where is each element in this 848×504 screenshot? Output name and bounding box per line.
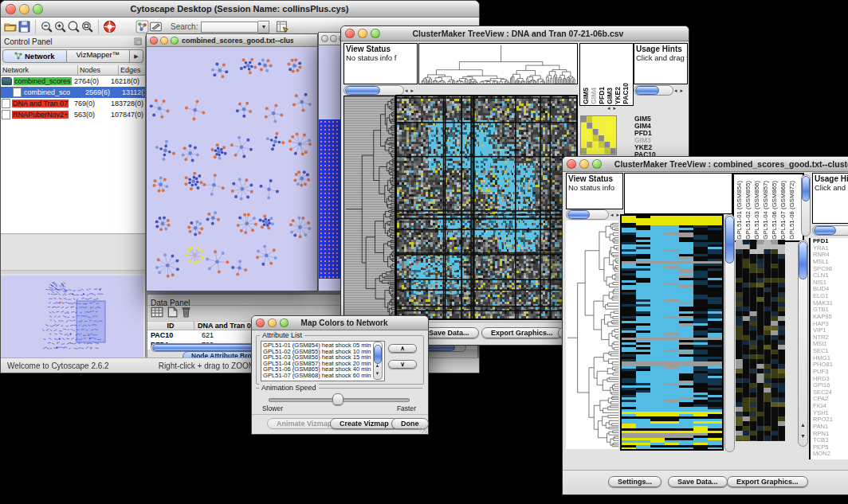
attribute-browser-icon[interactable]	[276, 20, 289, 33]
main-title-bar[interactable]: Cytoscape Desktop (Session Name: collins…	[1, 1, 479, 18]
zoom-button[interactable]	[371, 29, 380, 38]
search-input[interactable]	[201, 21, 258, 33]
minimize-button[interactable]	[579, 159, 589, 169]
tv2-column-dendrogram-area[interactable]	[624, 173, 732, 214]
tv2-heatmap-vscrollbar[interactable]	[724, 214, 735, 452]
speed-slider-thumb[interactable]	[332, 393, 344, 405]
folder-icon	[2, 77, 12, 85]
float-panel-icon[interactable]	[134, 34, 142, 49]
network-table-row[interactable]: RNAPuberNov2+563(0)107847(0)	[1, 109, 145, 120]
network-table-row[interactable]: DNA and Tran 07769(0)183728(0)	[1, 98, 145, 109]
tv1-right-scroll-arrows[interactable]: ◂ ▸	[674, 88, 684, 94]
tv1-column-label[interactable]: PFD1	[598, 87, 606, 104]
zoom-fit-icon[interactable]	[67, 20, 80, 33]
treeview1-title-bar[interactable]: ClusterMaker TreeView : DNA and Tran 07-…	[341, 26, 689, 41]
dialog-title-bar[interactable]: Map Colors to Network	[252, 316, 428, 330]
vizmapper-icon[interactable]	[135, 20, 149, 33]
zoom-in-icon[interactable]	[53, 20, 67, 33]
tv2-column-label[interactable]: GPL51-01 (GSM854)	[736, 181, 744, 240]
tv2-save-data-button[interactable]: Save Data...	[668, 476, 728, 487]
tv1-right-hscrollbar[interactable]	[634, 85, 673, 96]
tv2-column-label[interactable]: GPL51-03 (GSM856)	[753, 181, 762, 240]
tv1-column-label[interactable]: GIM5	[582, 88, 590, 104]
tv1-heatmap[interactable]	[395, 95, 578, 320]
save-icon[interactable]	[18, 20, 31, 33]
tv2-column-label[interactable]: GPL51-02 (GSM855)	[744, 181, 753, 240]
tab-overflow-button[interactable]: ▶	[130, 49, 143, 63]
tv2-right-hscrollbar[interactable]	[812, 225, 848, 236]
minimize-button[interactable]	[19, 4, 29, 14]
select-attributes-icon[interactable]	[151, 307, 163, 321]
close-button[interactable]	[6, 4, 16, 14]
move-up-button[interactable]: ∧	[388, 344, 417, 353]
close-button[interactable]	[321, 35, 328, 42]
tv2-heatmap[interactable]	[620, 214, 724, 451]
data-col-id[interactable]: ID	[147, 322, 194, 330]
zoom-selected-icon[interactable]	[80, 20, 94, 33]
tv2-column-label[interactable]: GPL51-08 (GSM872)	[788, 181, 797, 240]
list-scroll-up[interactable]: ▲	[375, 363, 381, 368]
network-table-row[interactable]: combined_sco2569(6)13112(15)	[1, 87, 145, 98]
close-button[interactable]	[150, 37, 158, 45]
zoom-button[interactable]	[280, 318, 289, 327]
minimize-button[interactable]	[268, 318, 277, 327]
tv1-export-graphics-button[interactable]: Export Graphics...	[481, 327, 563, 338]
zoom-button[interactable]	[171, 37, 179, 45]
delete-attribute-icon[interactable]	[181, 306, 191, 321]
tv2-genelist-scroll-up[interactable]: ▲	[800, 422, 807, 428]
gene-label[interactable]: MON2	[813, 451, 848, 458]
tv2-export-graphics-button[interactable]: Export Graphics...	[727, 476, 808, 487]
tv1-row-dendrogram[interactable]	[344, 96, 395, 321]
resize-grip[interactable]	[419, 425, 427, 433]
tv1-usage-hints-panel: Usage Hints Click and drag to	[634, 43, 688, 84]
tv2-left-hscrollbar[interactable]	[566, 209, 609, 220]
create-vizmap-button[interactable]: Create Vizmap	[330, 418, 398, 429]
tv2-genelist-scroll-down[interactable]: ▼	[800, 433, 807, 439]
tv1-summary-heatmap[interactable]	[580, 115, 617, 155]
close-button[interactable]	[567, 159, 576, 169]
tv1-left-scroll-arrows[interactable]: ◂ ▸	[405, 88, 414, 94]
tv1-column-label[interactable]: PAC10	[622, 83, 630, 104]
minimize-button[interactable]	[358, 29, 367, 38]
zoom-out-icon[interactable]	[40, 20, 53, 33]
attribute-list-item[interactable]: GPL51-07 (GSM868) heat shock 60 min	[263, 373, 384, 379]
tv1-column-dendrogram[interactable]	[418, 43, 578, 84]
treeview2-title-bar[interactable]: ClusterMaker TreeView : combined_scores_…	[563, 157, 848, 172]
network-overview-thumbnail[interactable]	[1, 275, 143, 358]
tv2-column-label[interactable]: GPL51-06 (GSM865)	[771, 181, 779, 240]
minimize-button[interactable]	[330, 35, 337, 42]
network-view-title-bar[interactable]: combined_scores_good.txt--cluste...	[147, 34, 317, 47]
tv2-left-scroll-arrows[interactable]: ◂ ▸	[610, 212, 620, 218]
close-button[interactable]	[345, 29, 355, 38]
tv2-row-dendrogram[interactable]	[566, 221, 618, 449]
new-attribute-icon[interactable]	[167, 307, 178, 321]
tv1-column-label[interactable]: GIM4	[590, 88, 598, 104]
tv1-column-label[interactable]: YKE2	[614, 87, 622, 104]
list-scroll-down[interactable]: ▼	[375, 371, 381, 376]
network-canvas[interactable]	[147, 47, 316, 290]
tv2-genelist-vscrollbar[interactable]: ▲ ▼	[798, 240, 808, 447]
attribute-list-vscrollbar[interactable]: ▲ ▼	[373, 342, 383, 380]
close-button[interactable]	[256, 318, 265, 327]
tv2-settings-button[interactable]: Settings...	[608, 476, 662, 487]
tv2-column-label[interactable]: GPL51-07 (GSM868)	[779, 181, 788, 240]
tab-network[interactable]: Network	[2, 49, 67, 63]
annotation-icon[interactable]	[149, 20, 163, 33]
search-dropdown-button[interactable]: ▼	[258, 21, 269, 33]
tv2-secondary-heatmap[interactable]	[736, 240, 785, 441]
help-icon[interactable]	[103, 20, 116, 33]
open-file-icon[interactable]	[4, 20, 18, 33]
tab-vizmapper[interactable]: VizMapper™	[67, 49, 131, 63]
tv2-column-label[interactable]: GPL51-04 (GSM857)	[762, 181, 771, 240]
zoom-button[interactable]	[33, 4, 43, 14]
move-down-button[interactable]: ∨	[388, 360, 417, 369]
tv2-gene-labels: PFD1YRA1RNR4MSL1SPC98CLN1NIS1BUD4ELG1MAK…	[809, 238, 848, 459]
zoom-button[interactable]	[592, 159, 602, 169]
attribute-list[interactable]: GPL51-01 (GSM854) heat shock 05 minGPL51…	[261, 341, 385, 381]
network-table-row[interactable]: combined_scores2764(0)16218(0)	[1, 76, 145, 87]
tv1-usage-hints-text: Click and drag to	[634, 53, 687, 62]
tv2-labels-vscrollbar[interactable]	[801, 174, 811, 236]
tv1-labels-scroll-arrows[interactable]: ◂ ▸	[607, 105, 617, 111]
tv1-column-label[interactable]: GIM3	[606, 88, 614, 104]
minimize-button[interactable]	[160, 37, 168, 45]
